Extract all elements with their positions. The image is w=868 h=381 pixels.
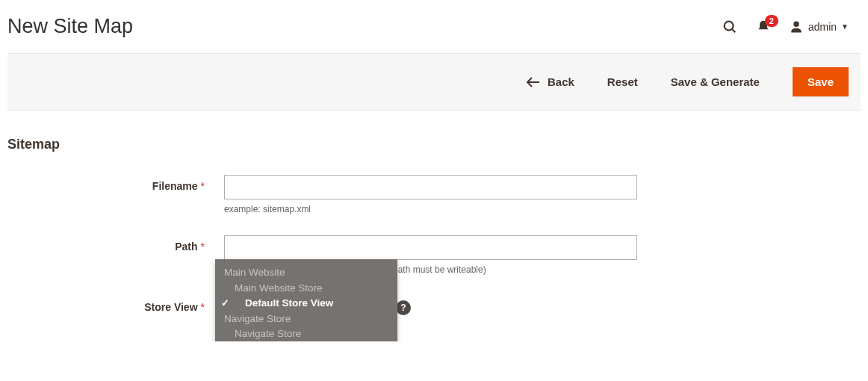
path-input[interactable]: [224, 235, 637, 260]
username: admin: [808, 21, 837, 33]
account-menu[interactable]: admin ▼: [789, 19, 849, 34]
page-title: New Site Map: [7, 15, 133, 38]
help-icon[interactable]: ?: [396, 300, 411, 315]
required-marker: *: [201, 301, 205, 313]
notifications-icon[interactable]: 2: [756, 19, 771, 34]
required-marker: *: [201, 180, 205, 192]
reset-button[interactable]: Reset: [607, 75, 638, 88]
store-view-label: Store View: [144, 301, 197, 313]
dropdown-website[interactable]: Main Website: [215, 265, 397, 281]
save-button[interactable]: Save: [793, 67, 849, 96]
save-generate-button[interactable]: Save & Generate: [671, 75, 760, 88]
dropdown-store-group[interactable]: Navigate Store: [215, 326, 397, 341]
required-marker: *: [201, 241, 205, 253]
dropdown-website[interactable]: Navigate Store: [215, 312, 397, 327]
dropdown-store-view-selected[interactable]: ✓ Default Store View: [215, 296, 397, 312]
search-icon[interactable]: [722, 19, 738, 35]
filename-input[interactable]: [224, 175, 637, 199]
arrow-left-icon: [527, 77, 540, 87]
back-button[interactable]: Back: [527, 75, 574, 88]
filename-hint: example: sitemap.xml: [224, 204, 642, 214]
path-label: Path: [175, 241, 197, 253]
section-heading: Sitemap: [7, 137, 861, 152]
notification-badge: 2: [765, 15, 778, 27]
check-icon: ✓: [221, 297, 229, 311]
action-toolbar: Back Reset Save & Generate Save: [7, 53, 861, 111]
svg-line-1: [732, 28, 735, 31]
store-view-dropdown: Main Website Main Website Store ✓ Defaul…: [215, 259, 397, 341]
filename-label: Filename: [152, 180, 198, 192]
user-icon: [789, 19, 804, 34]
back-label: Back: [548, 75, 574, 88]
dropdown-store-group[interactable]: Main Website Store: [215, 281, 397, 297]
dropdown-option-label: Default Store View: [245, 297, 333, 311]
svg-point-0: [725, 21, 734, 30]
caret-down-icon: ▼: [841, 22, 849, 31]
